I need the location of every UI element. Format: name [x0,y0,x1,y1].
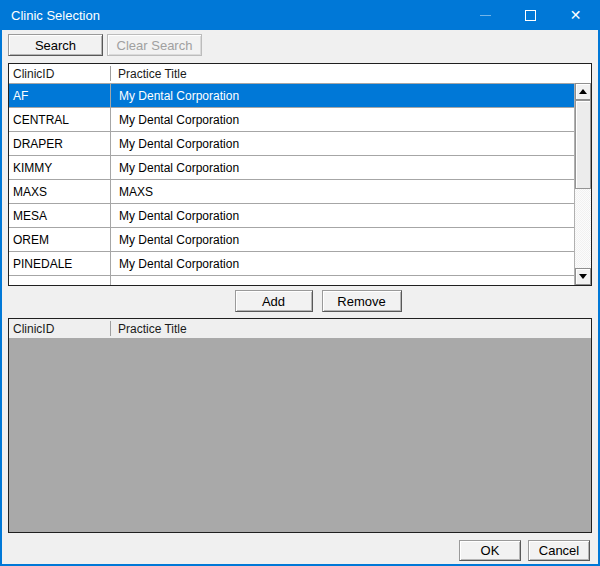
maximize-button[interactable] [508,0,553,30]
dialog-footer: OK Cancel [2,540,598,561]
arrow-down-icon [579,274,587,279]
minimize-button[interactable] [463,0,508,30]
column-separator[interactable] [110,321,111,336]
ok-button[interactable]: OK [459,540,521,561]
available-clinics-header: ClinicID Practice Title [9,64,591,83]
table-row[interactable]: CENTRALMy Dental Corporation [9,108,574,132]
practice-title-cell: My Dental Corporation [111,233,574,247]
search-button[interactable]: Search [8,34,103,56]
table-row[interactable]: DRAPERMy Dental Corporation [9,132,574,156]
close-icon: ✕ [570,8,582,22]
practice-title-cell: My Dental Corporation [111,137,574,151]
practice-title-cell: My Dental Corporation [111,161,574,175]
practice-title-cell: My Dental Corporation [111,209,574,223]
column-header-practice-title[interactable]: Practice Title [110,322,187,336]
minimize-icon [480,15,491,16]
column-grid-line [110,84,111,285]
window-title: Clinic Selection [2,8,463,23]
scroll-up-button[interactable] [575,83,591,100]
practice-title-cell: My Dental Corporation [111,113,574,127]
scroll-down-button[interactable] [575,268,591,285]
titlebar: Clinic Selection ✕ [2,0,598,30]
clinic-id-cell: PINEDALE [9,257,111,271]
cancel-button[interactable]: Cancel [528,540,590,561]
available-clinics-body: AFMy Dental CorporationCENTRALMy Dental … [9,83,591,285]
available-clinics-table: ClinicID Practice Title AFMy Dental Corp… [8,63,592,286]
column-header-practice-title[interactable]: Practice Title [110,67,187,81]
practice-title-cell: My Dental Corporation [111,89,574,103]
clear-search-button[interactable]: Clear Search [107,34,202,56]
practice-title-cell: My Dental Corporation [111,257,574,271]
column-header-clinic-id[interactable]: ClinicID [9,67,110,81]
table-row[interactable]: OREMMy Dental Corporation [9,228,574,252]
selected-clinics-table: ClinicID Practice Title [8,318,592,533]
practice-title-cell: MAXS [111,185,574,199]
available-clinics-rows: AFMy Dental CorporationCENTRALMy Dental … [9,83,574,285]
selected-clinics-empty-area [9,338,591,532]
clinic-id-cell: DRAPER [9,137,111,151]
clinic-id-cell: CENTRAL [9,113,111,127]
add-button[interactable]: Add [235,290,313,312]
column-header-clinic-id[interactable]: ClinicID [9,322,110,336]
clinic-id-cell: MAXS [9,185,111,199]
table-row[interactable]: PINEDALEMy Dental Corporation [9,252,574,276]
transfer-buttons: Add Remove [26,290,600,312]
clinic-id-cell: OREM [9,233,111,247]
scrollbar-thumb[interactable] [575,100,591,189]
column-separator[interactable] [110,66,111,81]
vertical-scrollbar[interactable] [574,83,591,285]
remove-button[interactable]: Remove [322,290,402,312]
close-button[interactable]: ✕ [553,0,598,30]
clinic-id-cell: AF [9,89,111,103]
arrow-up-icon [579,89,587,94]
search-toolbar: Search Clear Search [2,30,598,57]
table-row[interactable]: MESAMy Dental Corporation [9,204,574,228]
clinic-id-cell: KIMMY [9,161,111,175]
maximize-icon [525,10,536,21]
selected-clinics-header: ClinicID Practice Title [9,319,591,338]
table-row[interactable]: KIMMYMy Dental Corporation [9,156,574,180]
clinic-selection-dialog: Clinic Selection ✕ Search Clear Search C… [0,0,600,566]
clinic-id-cell: MESA [9,209,111,223]
table-row[interactable]: AFMy Dental Corporation [9,84,574,108]
table-row[interactable]: MAXSMAXS [9,180,574,204]
window-controls: ✕ [463,0,598,30]
